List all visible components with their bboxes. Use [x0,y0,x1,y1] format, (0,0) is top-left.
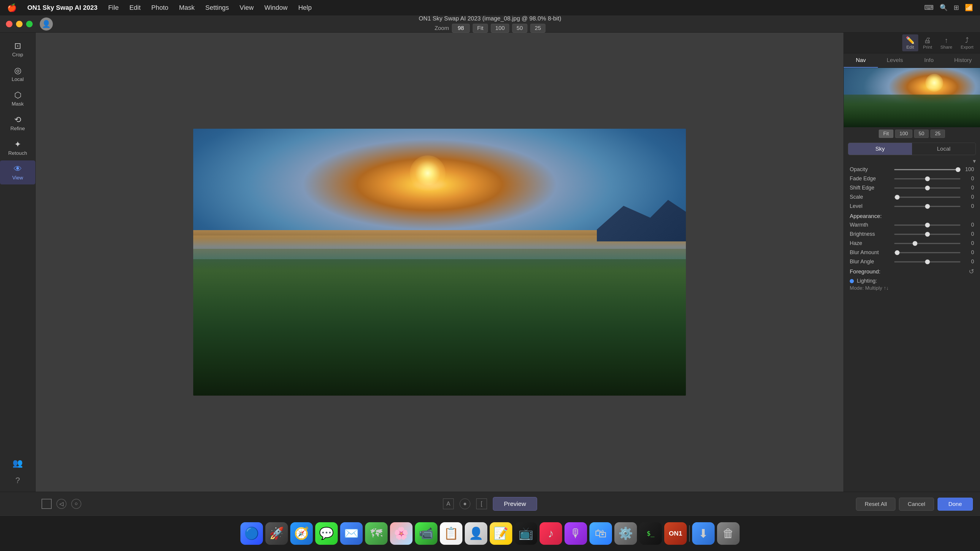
dock-icon-facetime[interactable]: 📹 [415,522,438,545]
blur-angle-thumb[interactable] [925,259,930,264]
brightness-value: 0 [963,231,974,237]
app-name-menu[interactable]: ON1 Sky Swap AI 2023 [27,4,97,11]
warmth-row: Warmth 0 [850,222,974,228]
tool-people[interactable]: 👥 [9,455,26,472]
fullscreen-button[interactable] [26,21,33,27]
level-thumb[interactable] [925,204,930,209]
dock-icon-on1[interactable]: ON1 [664,522,687,545]
haze-thumb[interactable] [913,241,917,246]
bt-tool-circle[interactable]: ● [460,499,471,509]
dock-icon-messages[interactable]: 💬 [315,522,338,545]
tool-mask[interactable]: ⬡ Mask [0,87,35,111]
blur-amount-track[interactable] [894,252,961,253]
menu-mask[interactable]: Mask [179,4,195,11]
dock-icon-maps[interactable]: 🗺 [365,522,388,545]
warmth-thumb[interactable] [925,223,930,227]
edit-panel-btn[interactable]: ✏️ Edit [902,34,918,51]
zoom-btn-fit[interactable]: Fit [473,24,488,33]
dock-icon-contacts[interactable]: 👤 [465,522,487,545]
menu-photo[interactable]: Photo [151,4,169,11]
tab-history[interactable]: History [946,53,980,68]
tab-info[interactable]: Info [912,53,946,68]
opacity-thumb[interactable] [956,167,961,172]
dock-icon-photos[interactable]: 🌸 [390,522,412,545]
bt-tool-text[interactable]: A [443,499,454,509]
tool-refine[interactable]: ⟲ Refine [0,111,35,135]
dock-icon-appstore[interactable]: 🛍 [589,522,612,545]
brightness-row: Brightness 0 [850,231,974,237]
haze-track[interactable] [894,243,961,244]
nav-zoom-50[interactable]: 50 [914,130,929,138]
tab-sky[interactable]: Sky [848,143,912,155]
share-label: Share [940,44,952,49]
opacity-track[interactable] [894,169,961,170]
minimize-button[interactable] [16,21,22,27]
blur-amount-thumb[interactable] [895,250,900,255]
bt-circle-next[interactable]: ○ [71,499,81,509]
scale-thumb[interactable] [895,195,900,200]
dock-icon-sysprefs[interactable]: ⚙️ [614,522,637,545]
tool-view[interactable]: 👁 View [0,160,35,184]
reset-all-button[interactable]: Reset All [856,498,896,511]
zoom-btn-50[interactable]: 50 [512,24,527,33]
dock-icon-safari[interactable]: 🧭 [290,522,313,545]
dock-icon-downloads[interactable]: ⬇ [692,522,715,545]
dock-icon-appletv[interactable]: 📺 [515,522,537,545]
collapse-arrow-icon[interactable]: ▾ [973,157,976,165]
cancel-button[interactable]: Cancel [899,498,934,511]
dock-icon-podcasts[interactable]: 🎙 [565,522,587,545]
warmth-track[interactable] [894,224,961,225]
canvas-image[interactable] [193,129,686,395]
dock-icon-launchpad[interactable]: 🚀 [265,522,288,545]
share-panel-btn[interactable]: ↑ Share [937,34,956,51]
fade-edge-thumb[interactable] [925,176,930,181]
menu-window[interactable]: Window [264,4,288,11]
dock-icon-finder[interactable]: 🔵 [240,522,263,545]
menu-view[interactable]: View [240,4,253,11]
menu-help[interactable]: Help [298,4,312,11]
dock-icon-notes[interactable]: 📝 [490,522,512,545]
nav-zoom-25[interactable]: 25 [931,130,945,138]
tool-crop[interactable]: ⊡ Crop [0,37,35,61]
tab-local-sky[interactable]: Local [912,143,976,155]
dock-icon-terminal[interactable]: $_ [639,522,662,545]
zoom-input-wrapper[interactable]: 98 [452,24,470,33]
close-button[interactable] [6,21,13,27]
tool-help[interactable]: ? [12,472,24,489]
menu-settings[interactable]: Settings [205,4,229,11]
tab-levels[interactable]: Levels [878,53,912,68]
zoom-btn-25[interactable]: 25 [530,24,546,33]
scale-value: 0 [963,194,974,200]
tool-local[interactable]: ◎ Local [0,62,35,86]
nav-zoom-100[interactable]: 100 [895,130,912,138]
scale-track[interactable] [894,197,961,198]
export-panel-btn[interactable]: ⤴ Export [957,34,977,51]
menu-edit[interactable]: Edit [129,4,141,11]
tab-nav[interactable]: Nav [844,53,878,68]
shift-edge-thumb[interactable] [925,186,930,191]
dock-icon-reminders[interactable]: 📋 [440,522,462,545]
shift-edge-track[interactable] [894,187,961,189]
done-button[interactable]: Done [937,498,973,511]
preview-button[interactable]: Preview [493,497,537,511]
print-panel-btn[interactable]: 🖨 Print [920,34,936,51]
menu-bar-icon-search[interactable]: 🔍 [940,4,948,11]
foreground-reset-icon[interactable]: ↺ [969,268,974,275]
bt-circle-prev[interactable]: ◁ [56,499,67,509]
apple-menu[interactable]: 🍎 [7,3,17,13]
brightness-track[interactable] [894,234,961,235]
dock-icon-music[interactable]: ♪ [539,522,562,545]
fade-edge-track[interactable] [894,178,961,179]
blur-angle-track[interactable] [894,261,961,262]
menu-file[interactable]: File [108,4,118,11]
bt-tool-bracket[interactable]: [ [476,499,487,509]
bt-square-icon[interactable] [41,499,52,509]
nav-zoom-fit[interactable]: Fit [879,130,893,138]
tool-retouch[interactable]: ✦ Retouch [0,136,35,160]
menu-bar-icon-control[interactable]: ⊞ [954,4,959,11]
dock-icon-trash[interactable]: 🗑 [717,522,740,545]
brightness-thumb[interactable] [925,232,930,237]
level-track[interactable] [894,206,961,207]
dock-icon-mail[interactable]: ✉️ [340,522,363,545]
zoom-btn-100[interactable]: 100 [491,24,509,33]
